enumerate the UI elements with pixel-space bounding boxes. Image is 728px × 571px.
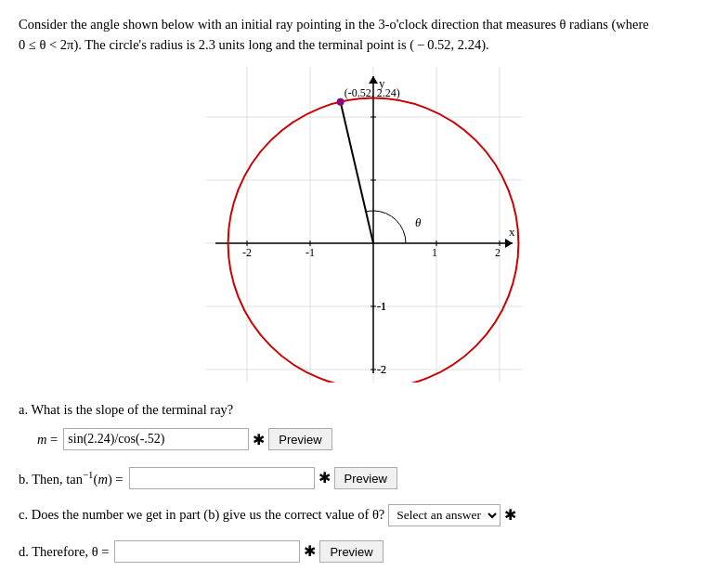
question-c-star: ✱ bbox=[504, 503, 516, 527]
problem-line2: 0 ≤ θ < 2π). The circle's radius is 2.3 … bbox=[19, 37, 489, 52]
graph-area bbox=[206, 67, 522, 383]
question-b-superscript: −1 bbox=[83, 469, 94, 480]
questions: a. What is the slope of the terminal ray… bbox=[19, 399, 709, 565]
question-c-select[interactable]: Select an answer Yes No bbox=[388, 504, 500, 526]
question-c: c. Does the number we get in part (b) gi… bbox=[19, 503, 709, 527]
question-a-input-row: m = ✱ Preview bbox=[19, 428, 709, 452]
question-b-label: b. Then, tan−1(m) = bbox=[19, 467, 124, 490]
question-a-star: ✱ bbox=[253, 428, 265, 452]
question-d: d. Therefore, θ = ✱ Preview bbox=[19, 539, 709, 564]
question-b-star: ✱ bbox=[318, 466, 331, 490]
question-a: a. What is the slope of the terminal ray… bbox=[19, 399, 709, 421]
question-d-input[interactable] bbox=[114, 540, 300, 563]
question-d-star: ✱ bbox=[304, 539, 316, 564]
question-a-preview[interactable]: Preview bbox=[268, 428, 332, 450]
question-d-label: d. Therefore, θ = bbox=[19, 541, 109, 563]
problem-line1: Consider the angle shown below with an i… bbox=[19, 17, 649, 32]
question-b-input[interactable] bbox=[129, 467, 315, 489]
graph-container bbox=[19, 67, 709, 383]
question-a-input[interactable] bbox=[63, 428, 249, 450]
question-a-prefix: m = bbox=[37, 429, 58, 450]
question-d-preview[interactable]: Preview bbox=[319, 540, 383, 563]
problem-text: Consider the angle shown below with an i… bbox=[19, 15, 709, 56]
question-b: b. Then, tan−1(m) = ✱ Preview bbox=[19, 466, 709, 490]
question-b-preview[interactable]: Preview bbox=[334, 467, 397, 489]
question-a-label: a. What is the slope of the terminal ray… bbox=[19, 399, 233, 421]
question-c-label: c. Does the number we get in part (b) gi… bbox=[19, 504, 384, 526]
